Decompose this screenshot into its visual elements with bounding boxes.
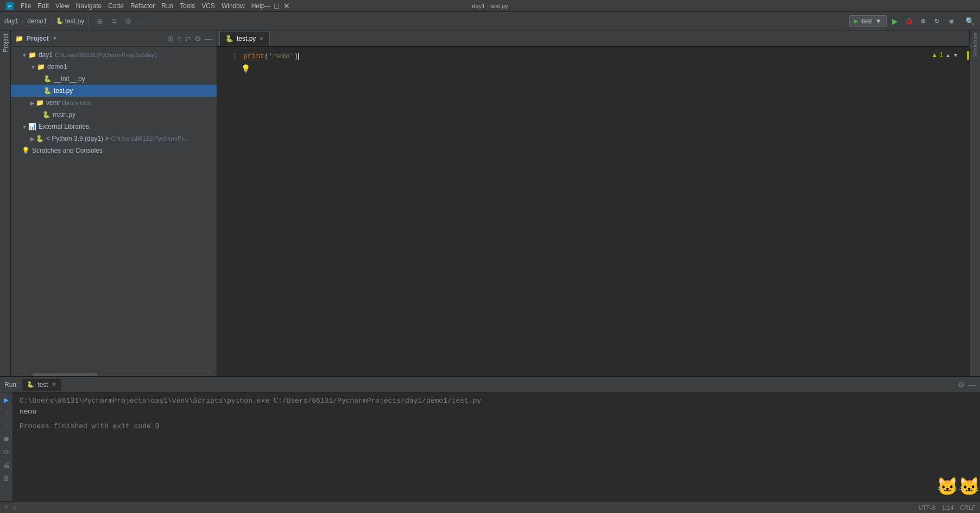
scratches-icon: 💡 [22,147,30,154]
expand-arrow: ▼ [22,52,27,58]
tree-item-extlibs[interactable]: ▼ 📊 External Libraries [11,121,217,133]
maximize-button[interactable]: □ [274,2,279,10]
crosshair-icon[interactable]: ⊕ [167,34,174,43]
console-layout: ▶ ↑ ↓ ⏹ ⟳ 🖨 🗑 C:\Users\86131\PycharmProj… [0,392,980,501]
location-btn[interactable]: ⊕ [93,15,106,28]
toolbar-group-left: ⊕ ≡ ⚙ — [93,15,149,28]
tree-item-init[interactable]: 🐍 __init__.py [11,73,217,85]
editor-content: 1 print('nemo') 💡 ▲ 1 ▲ ▼ [217,47,969,376]
stop-button[interactable]: ⏹ [945,15,957,27]
tree-item-demo1[interactable]: ▼ 📁 demo1 [11,61,217,73]
filter-icon[interactable]: ⇄ [185,34,191,43]
breadcrumb-file[interactable]: 🐍 test.py [56,17,84,25]
debug-button[interactable]: 🐞 [903,15,915,27]
project-tree: ▼ 📁 day1 C:\Users\86131\PycharmProjects\… [11,47,217,372]
project-scrollbar[interactable] [11,372,217,376]
list-icon[interactable]: ≡ [177,34,181,43]
window-controls: ─ □ ✕ [264,2,289,10]
coverage-button[interactable]: ⊛ [917,15,929,27]
tree-item-python38[interactable]: ▶ 🐍 < Python 3.8 (day1) > C:\Users\86131… [11,133,217,145]
console-minimize-icon[interactable]: — [968,380,976,389]
console-play-btn[interactable]: ▶ [1,395,12,405]
status-line-col[interactable]: 1:14 [942,504,953,511]
left-vertical-sidebar: Project [0,30,11,376]
console-tab-close[interactable]: ✕ [52,381,56,388]
menu-vcs[interactable]: VCS [201,2,215,10]
warning-down-arrow[interactable]: ▼ [953,52,958,58]
editor-tabs: 🐍 test.py ✕ [217,30,969,47]
expand-arrow: ▼ [30,64,36,70]
gutter-warning-line [967,51,969,60]
tree-label-python38: < Python 3.8 (day1) > [46,135,109,142]
console-settings-icon[interactable]: ⚙ [958,380,965,389]
rerun-button[interactable]: ↻ [931,15,943,27]
tree-item-day1[interactable]: ▼ 📁 day1 C:\Users\86131\PycharmProjects\… [11,49,217,61]
editor-tab-testpy[interactable]: 🐍 test.py ✕ [219,31,270,46]
right-icon-structure[interactable]: Structure [972,33,978,57]
search-button[interactable]: 🔍 [964,15,976,27]
console-print-btn[interactable]: 🖨 [1,460,12,471]
breadcrumb-demo1[interactable]: demo1 [27,17,47,25]
warning-up-arrow[interactable]: ▲ [945,52,951,58]
settings-btn[interactable]: ⚙ [122,15,135,28]
run-play-button[interactable]: ▶ [889,15,901,27]
console-left-toolbar: ▶ ↑ ↓ ⏹ ⟳ 🖨 🗑 [0,392,13,501]
console-finish-line: Process finished with exit code 0 [20,421,973,432]
dropdown-icon[interactable]: ▼ [52,35,58,41]
status-structure-icon[interactable]: ≡ [4,504,8,511]
console-stop-btn[interactable]: ⏹ [1,434,12,445]
tree-item-scratches[interactable]: 💡 Scratches and Consoles [11,145,217,157]
console-up-btn[interactable]: ↑ [1,408,12,418]
menu-window[interactable]: Window [222,2,245,10]
project-folder-icon: 📁 [15,35,23,42]
settings-icon: ⚙ [125,17,132,26]
editor-area: 🐍 test.py ✕ 1 print('nemo') 💡 ▲ 1 ▲ ▼ [217,30,969,376]
menu-code[interactable]: Code [108,2,124,10]
console-output-nemo: nemo [20,406,973,417]
console-clear-btn[interactable]: 🗑 [1,473,12,484]
breadcrumb: day1 › demo1 › 🐍 test.py [4,17,84,25]
title-bar: P File Edit View Navigate Code Refactor … [0,0,980,12]
toolbar-sep1 [88,16,89,27]
structure-btn[interactable]: ≡ [108,15,121,28]
run-config-icon: ▶ [854,18,858,24]
breadcrumb-day1[interactable]: day1 [4,17,18,25]
minimize-panel-btn[interactable]: — [136,15,149,28]
menu-tools[interactable]: Tools [180,2,195,10]
status-encoding[interactable]: UTF-8 [919,504,935,511]
console-area: Run: 🐍 test ✕ ⚙ — ▶ ↑ ↓ ⏹ ⟳ 🖨 🗑 C:\Users… [0,376,980,501]
menu-edit[interactable]: Edit [37,2,49,10]
console-down-btn[interactable]: ↓ [1,421,12,431]
tree-item-testpy[interactable]: 🐍 test.py [11,85,217,97]
console-output[interactable]: C:\Users\86131\PycharmProjects\day1\venv… [13,392,980,501]
menu-view[interactable]: View [55,2,69,10]
code-area[interactable]: print('nemo') [239,47,969,376]
close-button[interactable]: ✕ [283,2,290,10]
window-title: day1 - test.py [472,3,508,9]
run-config-dropdown[interactable]: ▶ test ▼ [849,15,887,27]
menu-navigate[interactable]: Navigate [76,2,102,10]
project-vertical-label[interactable]: Project [1,30,10,55]
minimize-button[interactable]: ─ [264,2,270,10]
menu-bar: P File Edit View Navigate Code Refactor … [4,1,264,11]
location-icon: ⊕ [97,17,103,26]
menu-run[interactable]: Run [161,2,173,10]
menu-refactor[interactable]: Refactor [130,2,155,10]
menu-file[interactable]: File [21,2,31,10]
breadcrumb-testpy: test.py [65,17,84,25]
console-tab-test[interactable]: 🐍 test ✕ [22,379,60,391]
tree-item-venv[interactable]: ▶ 📁 venv library root [11,97,217,109]
console-run-icon: 🐍 [27,381,34,388]
tree-item-mainpy[interactable]: 🐍 main.py [11,109,217,121]
console-rerun-btn[interactable]: ⟳ [1,447,12,458]
menu-help[interactable]: Help [251,2,265,10]
status-favorites-icon[interactable]: ☆ [12,504,17,511]
tab-close-icon[interactable]: ✕ [259,35,264,42]
structure-icon: ≡ [111,16,116,26]
breadcrumb-sep1: › [22,17,24,25]
minimize-panel-icon[interactable]: — [205,34,212,43]
bulb-hint-icon[interactable]: 💡 [241,64,250,73]
status-crlf[interactable]: CRLF [960,504,976,511]
gear-icon[interactable]: ⚙ [194,34,201,43]
tree-label-testpy: test.py [54,87,73,95]
